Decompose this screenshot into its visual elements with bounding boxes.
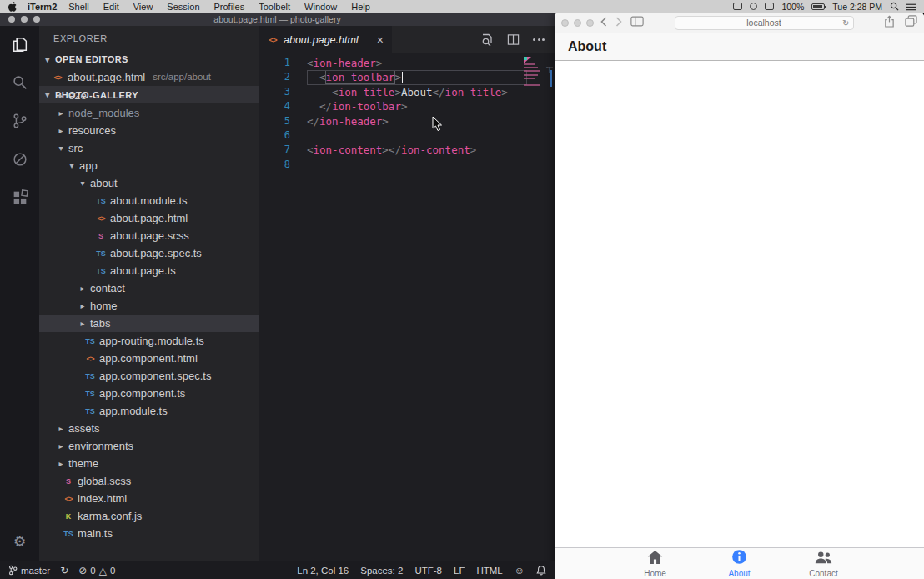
tree-folder-home[interactable]: ▸home — [39, 297, 259, 315]
status-item[interactable]: Spaces: 2 — [360, 566, 403, 576]
tree-file-about.page.html[interactable]: <>about.page.html — [39, 209, 259, 227]
extensions-icon[interactable] — [10, 188, 30, 208]
editor-tab-bar: <> about.page.html × — [259, 26, 555, 53]
menu-edit[interactable]: Edit — [103, 2, 119, 12]
menu-help[interactable]: Help — [351, 2, 370, 12]
minimap[interactable] — [524, 57, 540, 88]
debug-icon[interactable] — [10, 149, 30, 169]
ts-file-icon: TS — [95, 197, 107, 205]
tabs-overview-icon[interactable] — [905, 15, 917, 30]
forward-icon[interactable] — [615, 15, 622, 30]
tab-label: about.page.html — [284, 34, 359, 46]
status-item[interactable]: UTF-8 — [414, 566, 442, 576]
tree-item-label: resources — [68, 124, 116, 137]
tree-folder-app[interactable]: ▾app — [39, 157, 259, 174]
code-line-5[interactable]: 5</ion-header> — [259, 114, 555, 128]
chevron-right-icon: ▸ — [57, 91, 65, 100]
tree-folder-resources[interactable]: ▸resources — [39, 122, 259, 139]
tree-folder-e2e[interactable]: ▸e2e — [39, 87, 259, 104]
code-line-6[interactable]: 6 — [259, 128, 555, 143]
tree-file-about.module.ts[interactable]: TSabout.module.ts — [39, 192, 259, 209]
vscode-window-controls[interactable] — [8, 16, 40, 23]
menu-shell[interactable]: Shell — [68, 2, 88, 12]
explorer-icon[interactable] — [10, 34, 30, 54]
notifications-bell-icon[interactable] — [536, 565, 546, 576]
line-number: 8 — [259, 158, 292, 172]
sync-icon[interactable]: ↻ — [60, 565, 68, 576]
menubar-clock[interactable]: Tue 2:28 PM — [832, 2, 882, 12]
problems-indicator[interactable]: ⊘ 0 △ 0 — [78, 565, 115, 576]
code-line-2[interactable]: 2 <ion-toolbar> — [259, 70, 555, 84]
back-icon[interactable] — [600, 15, 607, 30]
tree-folder-src[interactable]: ▾src — [39, 139, 259, 157]
notification-center-icon[interactable] — [906, 3, 916, 11]
feedback-smiley-icon[interactable]: ☺ — [515, 565, 525, 576]
source-control-icon[interactable] — [10, 111, 30, 131]
tree-file-app.component.ts[interactable]: TSapp.component.ts — [39, 385, 259, 402]
menubar-misc-icon-3[interactable] — [765, 3, 774, 10]
tree-file-about.page.scss[interactable]: Sabout.page.scss — [39, 227, 259, 244]
menu-window[interactable]: Window — [304, 2, 337, 12]
tab-about-page-html[interactable]: <> about.page.html × — [259, 26, 392, 53]
apple-menu-icon[interactable] — [8, 2, 18, 12]
code-line-8[interactable]: 8 — [259, 158, 555, 172]
tree-file-about.page.spec.ts[interactable]: TSabout.page.spec.ts — [39, 244, 259, 262]
tree-folder-assets[interactable]: ▸assets — [39, 420, 259, 437]
menu-toolbelt[interactable]: Toolbelt — [259, 2, 290, 12]
branch-indicator[interactable]: master — [8, 565, 50, 576]
tree-file-app.component.html[interactable]: <>app.component.html — [39, 350, 259, 367]
tree-file-app.module.ts[interactable]: TSapp.module.ts — [39, 402, 259, 420]
tree-file-global.scss[interactable]: Sglobal.scss — [39, 472, 259, 490]
tree-folder-environments[interactable]: ▸environments — [39, 437, 259, 455]
battery-icon[interactable] — [811, 3, 825, 10]
tree-folder-theme[interactable]: ▸theme — [39, 455, 259, 472]
tree-file-main.ts[interactable]: TSmain.ts — [39, 525, 259, 542]
tab-about[interactable]: About — [697, 548, 781, 579]
code-line-1[interactable]: 1<ion-header> — [259, 56, 555, 70]
tree-file-about.page.ts[interactable]: TSabout.page.ts — [39, 262, 259, 279]
tree-folder-about[interactable]: ▾about — [39, 174, 259, 192]
menubar-misc-icon-1[interactable] — [733, 3, 742, 10]
more-actions-icon[interactable] — [533, 38, 545, 41]
vscode-title-bar[interactable]: about.page.html — photo-gallery — [0, 13, 555, 26]
safari-toolbar: localhost ↻ — [555, 13, 924, 33]
tree-folder-node_modules[interactable]: ▸node_modules — [39, 104, 259, 122]
tree-folder-contact[interactable]: ▸contact — [39, 279, 259, 297]
tab-close-icon[interactable]: × — [377, 33, 384, 47]
share-icon[interactable] — [884, 15, 895, 31]
code-line-3[interactable]: 3 <ion-title>About</ion-title> — [259, 85, 555, 99]
code-line-7[interactable]: 7<ion-content></ion-content> — [259, 143, 555, 157]
status-item[interactable]: Ln 2, Col 16 — [297, 566, 349, 576]
tree-file-karma.conf.js[interactable]: Kkarma.conf.js — [39, 507, 259, 525]
spotlight-icon[interactable] — [890, 2, 899, 11]
split-editor-icon[interactable] — [507, 33, 520, 46]
safari-window-controls[interactable] — [561, 19, 594, 27]
code-line-4[interactable]: 4 </ion-toolbar> — [259, 99, 555, 113]
tree-file-app.component.spec.ts[interactable]: TSapp.component.spec.ts — [39, 367, 259, 385]
code-editor[interactable]: 1<ion-header>2 <ion-toolbar>3 <ion-title… — [259, 53, 555, 561]
tree-folder-tabs[interactable]: ▸tabs — [39, 315, 259, 332]
tree-file-index.html[interactable]: <>index.html — [39, 490, 259, 507]
refresh-icon[interactable]: ↻ — [842, 18, 849, 28]
tree-file-app-routing.module.ts[interactable]: TSapp-routing.module.ts — [39, 332, 259, 350]
explorer-title: EXPLORER — [39, 26, 259, 51]
open-changes-icon[interactable] — [480, 33, 494, 47]
menubar-misc-icon-2[interactable] — [750, 3, 757, 10]
sidebar-toggle-icon[interactable] — [630, 15, 644, 30]
status-item[interactable]: LF — [454, 566, 465, 576]
menu-view[interactable]: View — [133, 2, 153, 12]
address-bar[interactable]: localhost ↻ — [675, 16, 854, 30]
menubar-app-name[interactable]: iTerm2 — [28, 2, 57, 12]
open-editors-header[interactable]: ▾ OPEN EDITORS — [39, 51, 259, 68]
editor-scrollbar[interactable] — [550, 70, 552, 87]
open-editor-item[interactable]: <> about.page.html src/app/about — [39, 68, 259, 86]
search-icon[interactable] — [10, 73, 30, 93]
settings-gear-icon[interactable]: ⚙ — [0, 533, 39, 551]
menu-profiles[interactable]: Profiles — [214, 2, 245, 12]
tab-home[interactable]: Home — [613, 548, 697, 579]
error-count: 0 — [90, 566, 95, 576]
menu-session[interactable]: Session — [167, 2, 199, 12]
status-item[interactable]: HTML — [476, 566, 502, 576]
warning-count: 0 — [110, 566, 115, 576]
tab-contact[interactable]: Contact — [781, 548, 866, 579]
